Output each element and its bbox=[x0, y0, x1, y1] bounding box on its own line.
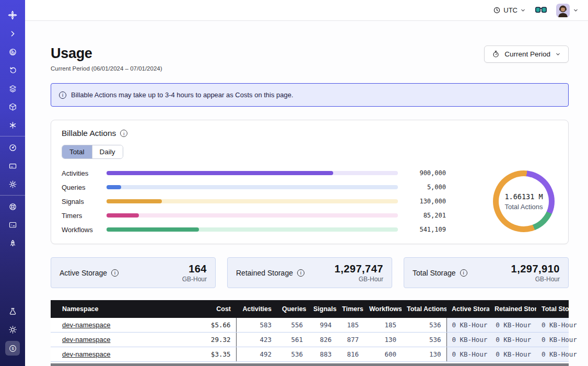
glasses-icon[interactable] bbox=[535, 7, 547, 14]
bar-fill bbox=[107, 213, 139, 218]
cell-total-storage: 0 KB-Hour bbox=[536, 333, 569, 347]
cell-workflows: 130 bbox=[364, 333, 402, 347]
info-icon[interactable]: i bbox=[297, 269, 304, 277]
cell-queries: 536 bbox=[277, 347, 308, 362]
timezone-label: UTC bbox=[503, 6, 518, 14]
billing-card-icon[interactable] bbox=[6, 159, 19, 173]
cell-signals: 994 bbox=[308, 318, 337, 333]
banner-text: Billable Actions may take up to 3-4 hour… bbox=[71, 91, 293, 99]
retained-storage-card: Retained Storage i 1,297,747 GB-Hour bbox=[227, 257, 392, 288]
namespaces-icon[interactable] bbox=[6, 45, 19, 59]
usage-gauge-icon[interactable] bbox=[6, 141, 19, 154]
col-timers: Timers bbox=[337, 300, 364, 318]
namespace-link[interactable]: dev-namespace bbox=[62, 321, 111, 329]
topbar: UTC bbox=[25, 0, 588, 21]
cell-workflows: 600 bbox=[364, 347, 402, 362]
bar-track bbox=[107, 213, 398, 218]
bar-value: 900,000 bbox=[398, 169, 446, 177]
rocket-icon[interactable] bbox=[6, 236, 19, 250]
bar-row-signals: Signals 130,000 bbox=[62, 197, 446, 206]
bar-label: Workflows bbox=[62, 226, 107, 234]
namespace-link[interactable]: dev-namespace bbox=[62, 336, 111, 344]
timezone-selector[interactable]: UTC bbox=[493, 6, 526, 14]
storage-summary-row: Active Storage i 164 GB-Hour Retained St… bbox=[51, 257, 569, 288]
table-cutoff-row bbox=[51, 363, 569, 366]
asterisk-icon[interactable] bbox=[6, 118, 19, 132]
storage-card-label: Retained Storage bbox=[236, 269, 293, 277]
bar-fill bbox=[107, 199, 162, 203]
bar-label: Timers bbox=[62, 212, 107, 220]
tab-daily[interactable]: Daily bbox=[92, 145, 123, 158]
total-actions-donut-chart: 1.66131 M Total Actions bbox=[493, 170, 555, 232]
col-queries: Queries bbox=[277, 300, 308, 318]
credits-dollar-icon[interactable] bbox=[5, 341, 20, 356]
col-cost: Cost bbox=[184, 300, 236, 318]
storage-card-value: 1,297,910 bbox=[511, 263, 560, 275]
support-lifebuoy-icon[interactable] bbox=[6, 200, 19, 213]
sidebar-group-account bbox=[0, 136, 25, 195]
collapse-chevron-icon[interactable] bbox=[6, 27, 19, 40]
cell-timers: 877 bbox=[337, 333, 364, 347]
info-icon[interactable]: i bbox=[460, 269, 467, 277]
bar-value: 85,201 bbox=[398, 212, 446, 219]
info-icon[interactable]: i bbox=[120, 130, 127, 137]
cell-total-actions: 536 bbox=[402, 318, 446, 333]
cell-activities: 583 bbox=[236, 318, 277, 333]
col-activities: Activities bbox=[236, 300, 277, 318]
stopwatch-icon bbox=[492, 50, 500, 58]
theme-sun-icon[interactable] bbox=[6, 323, 19, 336]
page-title: Usage bbox=[51, 45, 162, 62]
lab-flask-icon[interactable] bbox=[6, 304, 19, 318]
cell-retained-storage: 0 KB-Hour bbox=[489, 333, 536, 347]
namespace-link[interactable]: dev-namespace bbox=[62, 350, 111, 358]
storage-card-label: Active Storage bbox=[60, 269, 107, 277]
active-storage-card: Active Storage i 164 GB-Hour bbox=[51, 257, 216, 288]
user-avatar bbox=[556, 4, 570, 17]
info-icon: i bbox=[59, 92, 66, 99]
cell-total-storage: 0 KB-Hour bbox=[536, 347, 569, 362]
cell-timers: 185 bbox=[337, 318, 364, 333]
info-icon[interactable]: i bbox=[111, 269, 119, 277]
storage-card-label: Total Storage bbox=[413, 269, 456, 277]
layers-icon[interactable] bbox=[6, 82, 19, 95]
feedback-monitor-icon[interactable] bbox=[6, 218, 19, 232]
user-menu[interactable] bbox=[556, 4, 579, 17]
bar-fill bbox=[107, 171, 333, 175]
tab-total[interactable]: Total bbox=[62, 145, 92, 158]
cell-active-storage: 0 KB-Hour bbox=[446, 318, 489, 333]
bar-value: 541,109 bbox=[398, 226, 446, 233]
cell-retained-storage: 0 KB-Hour bbox=[489, 318, 536, 333]
page-head: Usage Current Period (06/01/2024 – 07/01… bbox=[51, 45, 569, 72]
bar-label: Activities bbox=[62, 169, 107, 177]
current-period-button[interactable]: Current Period bbox=[484, 45, 569, 63]
total-storage-card: Total Storage i 1,297,910 GB-Hour bbox=[404, 257, 569, 288]
billable-actions-title: Billable Actions bbox=[62, 129, 116, 138]
bar-track bbox=[107, 171, 398, 175]
bar-track bbox=[107, 199, 398, 203]
cell-total-storage: 0 KB-Hour bbox=[536, 318, 569, 333]
main-content: Usage Current Period (06/01/2024 – 07/01… bbox=[25, 21, 588, 366]
sidebar bbox=[0, 0, 25, 366]
settings-gear-icon[interactable] bbox=[6, 177, 19, 191]
storage-card-unit: GB-Hour bbox=[511, 276, 560, 283]
cell-total-actions: 536 bbox=[402, 333, 446, 347]
col-namespace: Namespace bbox=[51, 300, 184, 318]
donut-total-value: 1.66131 M bbox=[504, 192, 543, 201]
bar-fill bbox=[107, 185, 121, 189]
storage-card-unit: GB-Hour bbox=[335, 276, 383, 283]
sidebar-group-bottom bbox=[0, 300, 25, 360]
bar-label: Queries bbox=[62, 184, 107, 191]
bar-fill bbox=[107, 227, 199, 232]
cell-cost: 29.32 bbox=[184, 333, 236, 347]
temporal-logo-icon[interactable] bbox=[6, 8, 19, 22]
cube-icon[interactable] bbox=[6, 100, 19, 113]
bar-value: 5,000 bbox=[398, 184, 446, 191]
namespace-usage-table: Namespace Cost Activities Queries Signal… bbox=[51, 300, 569, 362]
history-icon[interactable] bbox=[6, 63, 19, 77]
cell-total-actions: 130 bbox=[402, 347, 446, 362]
billable-actions-card: Billable Actions i Total Daily Activitie… bbox=[51, 120, 569, 244]
cell-activities: 492 bbox=[236, 347, 277, 362]
storage-card-unit: GB-Hour bbox=[182, 276, 207, 283]
billable-view-tabs: Total Daily bbox=[62, 145, 123, 159]
cell-cost: $3.35 bbox=[184, 347, 236, 362]
